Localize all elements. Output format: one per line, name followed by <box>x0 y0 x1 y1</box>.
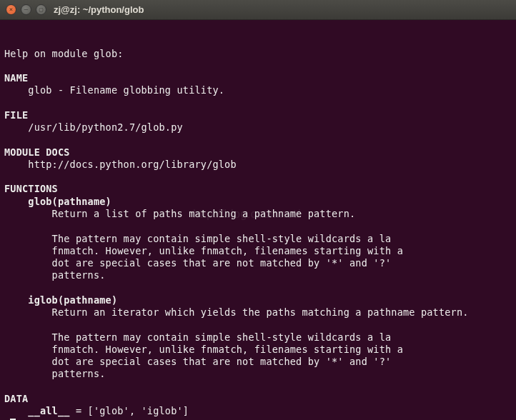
section-file-label: FILE <box>4 109 28 121</box>
func-glob-desc-line: fnmatch. However, unlike fnmatch, filena… <box>4 245 403 256</box>
func-iglob-desc-line: The pattern may contain simple shell-sty… <box>4 331 391 343</box>
section-name-line: glob - Filename globbing utility. <box>4 84 224 96</box>
section-functions-label: FUNCTIONS <box>4 183 58 194</box>
pager-prompt[interactable]: : <box>4 418 10 421</box>
func-glob-desc-line: patterns. <box>4 269 106 281</box>
func-glob-signature: glob(pathname) <box>4 196 111 207</box>
section-name-label: NAME <box>4 72 28 84</box>
close-icon[interactable]: × <box>6 4 16 15</box>
maximize-glyph: ▢ <box>39 6 43 13</box>
func-glob-desc-line: Return a list of paths matching a pathna… <box>4 208 355 219</box>
maximize-icon[interactable]: ▢ <box>36 4 46 15</box>
close-glyph: × <box>9 6 13 13</box>
section-data-label: DATA <box>4 393 28 404</box>
func-glob-desc-line: dot are special cases that are not match… <box>4 257 391 269</box>
func-iglob-desc-line: patterns. <box>4 368 106 379</box>
window-title: zj@zj: ~/python/glob <box>54 4 144 15</box>
section-file-line: /usr/lib/python2.7/glob.py <box>4 121 183 133</box>
terminal-viewport[interactable]: http://blog.csdn.net/ Help on module glo… <box>0 20 516 420</box>
data-all-label: __all__ <box>4 405 70 416</box>
window-titlebar: × – ▢ zj@zj: ~/python/glob <box>0 0 516 20</box>
help-header: Help on module glob: <box>4 48 124 59</box>
func-iglob-desc-line: fnmatch. However, unlike fnmatch, filena… <box>4 344 403 355</box>
func-glob-desc-line: The pattern may contain simple shell-sty… <box>4 233 391 244</box>
func-iglob-desc-line: Return an iterator which yields the path… <box>4 306 469 318</box>
data-all-value: = ['glob', 'iglob'] <box>70 405 189 416</box>
func-iglob-signature: iglob(pathname) <box>4 294 117 306</box>
section-docs-line: http://docs.python.org/library/glob <box>4 159 237 170</box>
window-buttons: × – ▢ <box>6 4 46 15</box>
minimize-icon[interactable]: – <box>21 4 31 15</box>
section-docs-label: MODULE DOCS <box>4 146 70 158</box>
func-iglob-desc-line: dot are special cases that are not match… <box>4 356 391 367</box>
minimize-glyph: – <box>24 6 28 13</box>
